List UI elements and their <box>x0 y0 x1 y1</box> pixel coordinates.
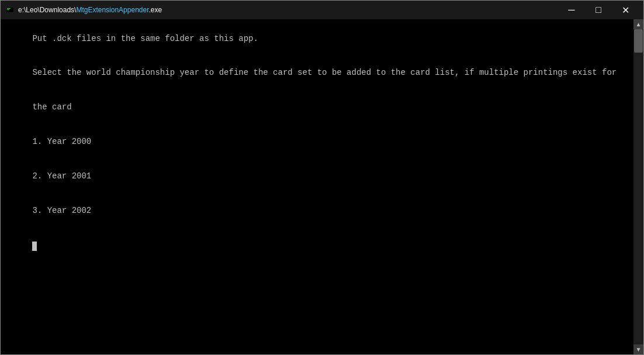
terminal-line-1: Put .dck files in the same folder as thi… <box>32 34 258 43</box>
title-bar: e:\Leo\Downloads\MtgExtensionAppender.ex… <box>1 1 643 19</box>
scrollbar-track[interactable] <box>633 29 643 344</box>
app-icon <box>5 5 15 15</box>
scrollbar-up-arrow[interactable]: ▲ <box>633 19 643 29</box>
minimize-button[interactable]: ─ <box>558 1 585 19</box>
svg-rect-3 <box>7 9 9 10</box>
terminal-line-3: the card <box>32 102 71 112</box>
scrollbar-down-arrow[interactable]: ▼ <box>633 344 643 354</box>
cursor <box>32 242 37 251</box>
terminal-output[interactable]: Put .dck files in the same folder as thi… <box>1 19 633 354</box>
app-window: e:\Leo\Downloads\MtgExtensionAppender.ex… <box>0 0 644 355</box>
content-area: Put .dck files in the same folder as thi… <box>1 19 643 354</box>
title-bar-text: e:\Leo\Downloads\MtgExtensionAppender.ex… <box>18 6 162 14</box>
title-path-prefix: e:\Leo\Downloads\ <box>18 6 76 14</box>
svg-rect-2 <box>7 8 11 9</box>
terminal-line-5: 2. Year 2001 <box>32 171 91 181</box>
title-bar-left: e:\Leo\Downloads\MtgExtensionAppender.ex… <box>5 5 162 15</box>
terminal-line-4: 1. Year 2000 <box>32 137 91 146</box>
terminal-line-6: 3. Year 2002 <box>32 206 91 215</box>
title-bar-controls: ─ □ ✕ <box>558 1 639 19</box>
maximize-button[interactable]: □ <box>585 1 612 19</box>
title-app-name: MtgExtensionAppender <box>76 6 148 14</box>
terminal-line-2: Select the world championship year to de… <box>32 68 617 77</box>
close-button[interactable]: ✕ <box>612 1 639 19</box>
scrollbar-vertical[interactable]: ▲ ▼ <box>633 19 643 354</box>
scrollbar-thumb[interactable] <box>634 29 643 53</box>
title-path-suffix: .exe <box>149 6 162 14</box>
